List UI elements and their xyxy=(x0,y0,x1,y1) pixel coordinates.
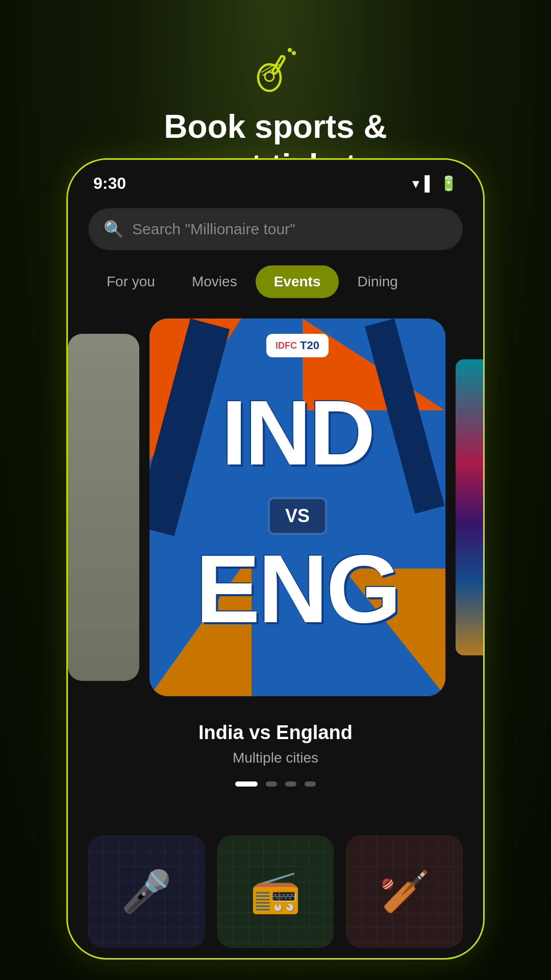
vs-text: VS xyxy=(285,505,310,526)
cricket-icon: 🏏 xyxy=(379,868,430,916)
carousel-wrapper: IDFC T20 IND VS ENG xyxy=(68,308,483,706)
bottom-card-concerts[interactable]: 🎤 xyxy=(88,836,205,948)
carousel-card-left xyxy=(68,334,139,681)
signal-icon: ▌ xyxy=(424,176,435,192)
dot-4[interactable] xyxy=(305,781,316,787)
event-info: India vs England Multiple cities xyxy=(68,706,483,771)
carousel-card-main[interactable]: IDFC T20 IND VS ENG xyxy=(149,318,445,696)
event-title: India vs England xyxy=(88,722,463,744)
badge-t20: T20 xyxy=(300,339,319,352)
carousel-dots xyxy=(68,771,483,802)
phone-screen: 9:30 ▾ ▌ 🔋 🔍 Search "Millionaire tour" F… xyxy=(68,160,483,958)
radio-icon: 📻 xyxy=(250,868,301,916)
ind-text: IND xyxy=(221,380,373,485)
carousel-card-right xyxy=(456,359,483,655)
search-container: 🔍 Search "Millionaire tour" xyxy=(68,198,483,260)
eng-text: ENG xyxy=(195,533,399,644)
ind-eng-card: IDFC T20 IND VS ENG xyxy=(149,318,445,696)
status-bar: 9:30 ▾ ▌ 🔋 xyxy=(68,160,483,198)
guitar-icon xyxy=(250,41,301,92)
vs-badge: VS xyxy=(268,497,327,535)
carousel-section: IDFC T20 IND VS ENG xyxy=(68,308,483,825)
bottom-card-sports[interactable]: 🏏 xyxy=(346,836,463,948)
status-time: 9:30 xyxy=(93,174,126,193)
tab-movies[interactable]: Movies xyxy=(173,265,256,298)
search-placeholder: Search "Millionaire tour" xyxy=(132,220,295,238)
status-icons: ▾ ▌ 🔋 xyxy=(412,175,458,192)
svg-point-2 xyxy=(288,48,292,52)
svg-point-3 xyxy=(292,51,296,55)
microphone-icon: 🎤 xyxy=(121,868,172,916)
svg-point-0 xyxy=(258,64,281,91)
tab-bar: For you Movies Events Dining xyxy=(68,260,483,308)
dot-2[interactable] xyxy=(266,781,277,787)
battery-icon: 🔋 xyxy=(440,175,458,192)
dot-1[interactable] xyxy=(235,781,258,787)
event-subtitle: Multiple cities xyxy=(88,750,463,766)
event-badge: IDFC T20 xyxy=(266,334,329,357)
phone-mockup: 9:30 ▾ ▌ 🔋 🔍 Search "Millionaire tour" F… xyxy=(66,158,485,960)
bottom-card-music[interactable]: 📻 xyxy=(217,836,334,948)
search-icon: 🔍 xyxy=(104,219,124,239)
tab-for-you[interactable]: For you xyxy=(88,265,173,298)
tab-dining[interactable]: Dining xyxy=(339,265,416,298)
dot-3[interactable] xyxy=(285,781,296,787)
badge-logo: IDFC xyxy=(276,340,297,351)
search-bar[interactable]: 🔍 Search "Millionaire tour" xyxy=(88,208,463,250)
bottom-cards-row: 🎤 📻 🏏 xyxy=(68,825,483,958)
wifi-icon: ▾ xyxy=(412,175,419,192)
tab-events[interactable]: Events xyxy=(256,265,339,298)
